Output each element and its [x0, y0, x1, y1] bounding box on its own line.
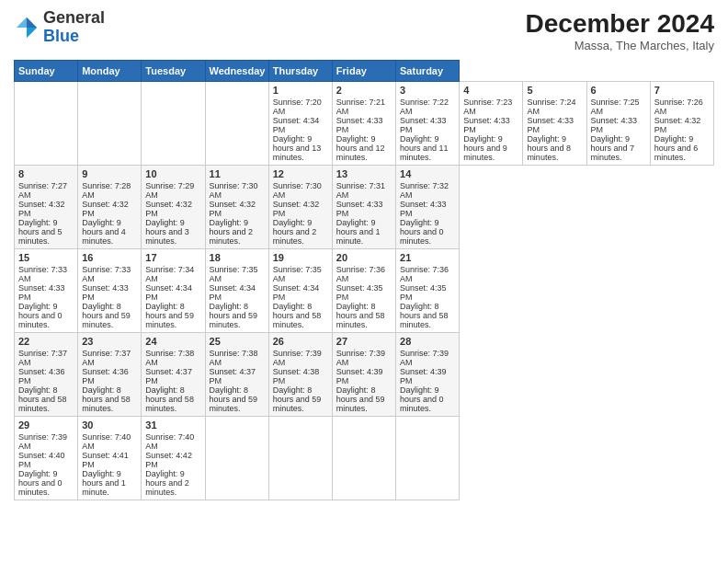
- sunset: Sunset: 4:34 PM: [273, 116, 320, 134]
- calendar-cell: [142, 82, 205, 166]
- sunset: Sunset: 4:33 PM: [591, 116, 638, 134]
- sunrise: Sunrise: 7:30 AM: [273, 181, 322, 200]
- sunrise: Sunrise: 7:35 AM: [210, 265, 258, 283]
- sunset: Sunset: 4:33 PM: [400, 200, 447, 218]
- sunrise: Sunrise: 7:40 AM: [145, 432, 194, 451]
- calendar-cell: 25Sunrise: 7:38 AMSunset: 4:37 PMDayligh…: [205, 333, 268, 417]
- header-tuesday: Tuesday: [142, 61, 205, 82]
- day-number: 21: [400, 252, 455, 263]
- daylight: Daylight: 9 hours and 13 minutes.: [273, 134, 322, 162]
- title-block: December 2024 Massa, The Marches, Italy: [526, 9, 714, 52]
- page: General Blue December 2024 Massa, The Ma…: [0, 0, 728, 563]
- calendar-cell: 22Sunrise: 7:37 AMSunset: 4:36 PMDayligh…: [15, 333, 78, 417]
- sunrise: Sunrise: 7:33 AM: [82, 265, 131, 283]
- daylight: Daylight: 9 hours and 2 minutes.: [273, 218, 317, 246]
- sunset: Sunset: 4:32 PM: [654, 116, 701, 134]
- sunset: Sunset: 4:38 PM: [273, 367, 320, 385]
- sunset: Sunset: 4:32 PM: [18, 200, 65, 218]
- daylight: Daylight: 9 hours and 2 minutes.: [210, 218, 254, 246]
- logo-text: General Blue: [43, 9, 105, 46]
- sunrise: Sunrise: 7:39 AM: [400, 349, 449, 367]
- calendar-cell: 26Sunrise: 7:39 AMSunset: 4:38 PMDayligh…: [268, 333, 332, 417]
- day-number: 23: [82, 336, 137, 347]
- sunrise: Sunrise: 7:27 AM: [18, 181, 67, 200]
- day-number: 7: [654, 85, 710, 96]
- day-number: 13: [336, 168, 392, 179]
- sunrise: Sunrise: 7:20 AM: [273, 98, 322, 116]
- sunset: Sunset: 4:36 PM: [18, 367, 65, 385]
- week-row-4: 29Sunrise: 7:39 AMSunset: 4:40 PMDayligh…: [15, 417, 714, 500]
- logo-blue-text: Blue: [43, 27, 79, 45]
- calendar-cell: 30Sunrise: 7:40 AMSunset: 4:41 PMDayligh…: [78, 417, 142, 500]
- sunrise: Sunrise: 7:38 AM: [210, 349, 258, 367]
- daylight: Daylight: 9 hours and 6 minutes.: [654, 134, 699, 162]
- daylight: Daylight: 9 hours and 5 minutes.: [18, 218, 63, 246]
- sunset: Sunset: 4:34 PM: [145, 283, 192, 302]
- header-thursday: Thursday: [268, 61, 332, 82]
- sunrise: Sunrise: 7:30 AM: [210, 181, 258, 200]
- day-number: 3: [400, 85, 455, 96]
- calendar-cell: 23Sunrise: 7:37 AMSunset: 4:36 PMDayligh…: [78, 333, 142, 417]
- day-number: 12: [273, 168, 328, 179]
- sunset: Sunset: 4:36 PM: [82, 367, 129, 385]
- day-number: 18: [210, 252, 265, 263]
- sunrise: Sunrise: 7:24 AM: [527, 98, 575, 116]
- day-number: 29: [18, 419, 74, 431]
- daylight: Daylight: 9 hours and 12 minutes.: [336, 134, 385, 162]
- calendar-cell: 27Sunrise: 7:39 AMSunset: 4:39 PMDayligh…: [332, 333, 395, 417]
- day-number: 9: [82, 168, 137, 179]
- daylight: Daylight: 8 hours and 59 minutes.: [210, 385, 258, 413]
- sunrise: Sunrise: 7:35 AM: [273, 265, 322, 283]
- day-number: 22: [18, 336, 74, 347]
- location: Massa, The Marches, Italy: [526, 39, 714, 52]
- sunset: Sunset: 4:37 PM: [145, 367, 192, 385]
- sunrise: Sunrise: 7:38 AM: [145, 349, 194, 367]
- header-sunday: Sunday: [15, 61, 78, 82]
- daylight: Daylight: 8 hours and 59 minutes.: [82, 302, 131, 329]
- calendar-cell: [396, 417, 460, 500]
- week-row-2: 15Sunrise: 7:33 AMSunset: 4:33 PMDayligh…: [15, 249, 714, 333]
- day-number: 24: [145, 336, 200, 347]
- header-row: Sunday Monday Tuesday Wednesday Thursday…: [15, 61, 714, 82]
- daylight: Daylight: 9 hours and 0 minutes.: [18, 469, 63, 497]
- calendar-cell: [205, 417, 268, 500]
- calendar-cell: 17Sunrise: 7:34 AMSunset: 4:34 PMDayligh…: [142, 249, 205, 333]
- calendar-cell: 28Sunrise: 7:39 AMSunset: 4:39 PMDayligh…: [396, 333, 460, 417]
- calendar-cell: [78, 82, 142, 166]
- sunrise: Sunrise: 7:37 AM: [82, 349, 131, 367]
- sunset: Sunset: 4:33 PM: [82, 283, 129, 302]
- sunrise: Sunrise: 7:40 AM: [82, 432, 131, 451]
- daylight: Daylight: 9 hours and 9 minutes.: [463, 134, 507, 162]
- logo: General Blue: [14, 9, 105, 46]
- day-number: 31: [145, 419, 200, 431]
- daylight: Daylight: 9 hours and 0 minutes.: [18, 302, 63, 329]
- sunrise: Sunrise: 7:32 AM: [400, 181, 449, 200]
- daylight: Daylight: 8 hours and 58 minutes.: [145, 385, 194, 413]
- day-number: 4: [463, 85, 518, 96]
- sunset: Sunset: 4:35 PM: [400, 283, 447, 302]
- calendar-cell: 13Sunrise: 7:31 AMSunset: 4:33 PMDayligh…: [332, 166, 395, 249]
- daylight: Daylight: 9 hours and 1 minute.: [82, 469, 126, 497]
- header-monday: Monday: [78, 61, 142, 82]
- day-number: 1: [273, 85, 328, 96]
- day-number: 19: [273, 252, 328, 263]
- calendar-cell: 10Sunrise: 7:29 AMSunset: 4:32 PMDayligh…: [142, 166, 205, 249]
- calendar-cell: 9Sunrise: 7:28 AMSunset: 4:32 PMDaylight…: [78, 166, 142, 249]
- header-wednesday: Wednesday: [205, 61, 268, 82]
- calendar-cell: 4Sunrise: 7:23 AMSunset: 4:33 PMDaylight…: [460, 82, 523, 166]
- day-number: 15: [18, 252, 74, 263]
- week-row-1: 8Sunrise: 7:27 AMSunset: 4:32 PMDaylight…: [15, 166, 714, 249]
- sunrise: Sunrise: 7:37 AM: [18, 349, 67, 367]
- sunset: Sunset: 4:41 PM: [82, 451, 129, 469]
- day-number: 16: [82, 252, 137, 263]
- sunset: Sunset: 4:40 PM: [18, 451, 65, 469]
- sunrise: Sunrise: 7:39 AM: [273, 349, 322, 367]
- day-number: 2: [336, 85, 392, 96]
- day-number: 25: [210, 336, 265, 347]
- daylight: Daylight: 8 hours and 58 minutes.: [336, 302, 385, 329]
- sunset: Sunset: 4:42 PM: [145, 451, 192, 469]
- daylight: Daylight: 9 hours and 1 minute.: [336, 218, 381, 246]
- daylight: Daylight: 9 hours and 2 minutes.: [145, 469, 189, 497]
- day-number: 10: [145, 168, 200, 179]
- logo-general-text: General: [43, 8, 105, 27]
